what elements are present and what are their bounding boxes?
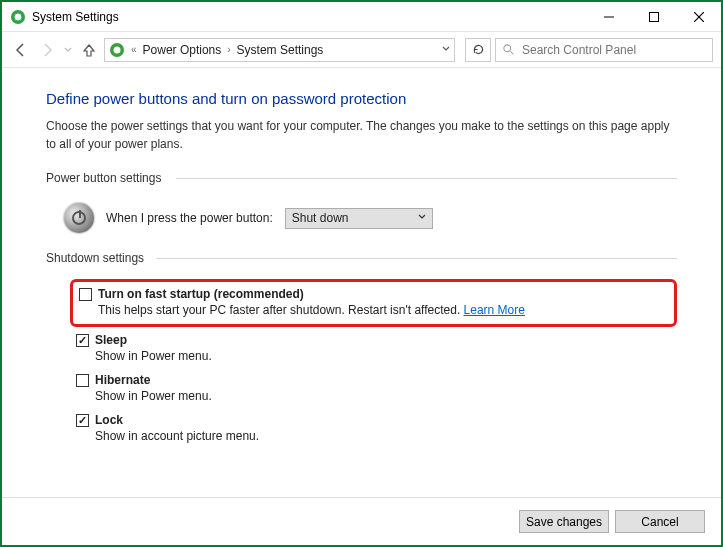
minimize-button[interactable] <box>586 2 631 32</box>
lock-title: Lock <box>95 413 123 427</box>
power-icon <box>64 203 94 233</box>
app-icon <box>10 9 26 25</box>
lock-checkbox[interactable]: ✓ <box>76 414 89 427</box>
breadcrumb-overflow: « <box>131 44 137 55</box>
page-heading: Define power buttons and turn on passwor… <box>46 90 677 107</box>
refresh-button[interactable] <box>465 38 491 62</box>
recent-dropdown[interactable] <box>62 39 74 61</box>
forward-button[interactable] <box>36 39 58 61</box>
fast-startup-checkbox[interactable] <box>79 288 92 301</box>
breadcrumb-part-2[interactable]: System Settings <box>237 43 324 57</box>
page-description: Choose the power settings that you want … <box>46 117 677 153</box>
hibernate-desc: Show in Power menu. <box>76 387 671 403</box>
control-panel-icon <box>109 42 125 58</box>
power-action-value: Shut down <box>292 211 349 225</box>
section-shutdown: Shutdown settings <box>46 251 677 265</box>
shutdown-item-lock: ✓ Lock Show in account picture menu. <box>70 409 677 449</box>
fast-startup-desc: This helps start your PC faster after sh… <box>98 303 464 317</box>
fast-startup-title: Turn on fast startup (recommended) <box>98 287 304 301</box>
close-button[interactable] <box>676 2 721 32</box>
hibernate-checkbox[interactable] <box>76 374 89 387</box>
address-dropdown-icon[interactable] <box>442 44 450 55</box>
titlebar: System Settings <box>2 2 721 32</box>
svg-point-7 <box>114 46 121 53</box>
shutdown-settings-list: Turn on fast startup (recommended) This … <box>46 277 677 457</box>
window-controls <box>586 2 721 32</box>
search-input[interactable] <box>522 43 706 57</box>
fast-startup-learn-more-link[interactable]: Learn More <box>464 303 525 317</box>
power-action-dropdown[interactable]: Shut down <box>285 208 433 229</box>
svg-rect-3 <box>649 12 658 21</box>
search-box[interactable] <box>495 38 713 62</box>
footer-buttons: Save changes Cancel <box>2 497 721 545</box>
power-button-label: When I press the power button: <box>106 211 273 225</box>
maximize-button[interactable] <box>631 2 676 32</box>
section-power-buttons: Power button settings <box>46 171 677 185</box>
cancel-button[interactable]: Cancel <box>615 510 705 533</box>
svg-point-1 <box>14 13 22 21</box>
content-area: Define power buttons and turn on passwor… <box>2 68 721 497</box>
up-button[interactable] <box>78 39 100 61</box>
back-button[interactable] <box>10 39 32 61</box>
lock-desc: Show in account picture menu. <box>76 427 671 443</box>
navigation-toolbar: « Power Options › System Settings <box>2 32 721 68</box>
svg-point-8 <box>504 44 511 51</box>
breadcrumb-chevron-icon: › <box>227 44 230 55</box>
save-changes-button[interactable]: Save changes <box>519 510 609 533</box>
search-icon <box>502 43 514 57</box>
sleep-title: Sleep <box>95 333 127 347</box>
shutdown-item-fast-startup: Turn on fast startup (recommended) This … <box>70 279 677 327</box>
shutdown-item-hibernate: Hibernate Show in Power menu. <box>70 369 677 409</box>
power-button-row: When I press the power button: Shut down <box>46 197 677 251</box>
hibernate-title: Hibernate <box>95 373 150 387</box>
sleep-desc: Show in Power menu. <box>76 347 671 363</box>
chevron-down-icon <box>418 213 426 223</box>
svg-line-9 <box>510 51 513 54</box>
shutdown-item-sleep: ✓ Sleep Show in Power menu. <box>70 329 677 369</box>
breadcrumb-part-1[interactable]: Power Options <box>143 43 222 57</box>
window-title: System Settings <box>32 10 119 24</box>
sleep-checkbox[interactable]: ✓ <box>76 334 89 347</box>
address-bar[interactable]: « Power Options › System Settings <box>104 38 455 62</box>
